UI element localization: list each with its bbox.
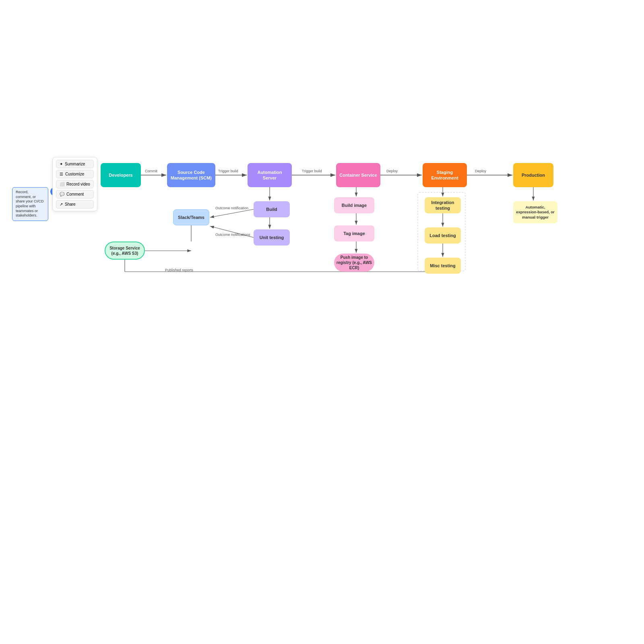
customize-button[interactable]: ☰ Customize: [56, 170, 94, 178]
outcome-notification-label: Outcome notification: [215, 206, 248, 210]
comment-button[interactable]: 💬 Comment: [56, 190, 94, 198]
info-box: Record, comment, or share your CI/CD pip…: [12, 187, 48, 221]
commit-label: Commit: [145, 169, 157, 173]
comment-label: Comment: [66, 192, 84, 196]
trigger-build1-label: Trigger build: [218, 169, 238, 173]
container-node: Container Service: [336, 163, 380, 187]
scm-node: Source Code Management (SCM): [167, 163, 215, 187]
build-node: Build: [254, 201, 290, 217]
summarize-label: Summarize: [65, 162, 85, 166]
deploy2-label: Deploy: [475, 169, 486, 173]
loadtest-node: Load testing: [425, 227, 461, 244]
diagram-canvas: Commit Trigger build Trigger build Deplo…: [93, 149, 632, 294]
customize-icon: ☰: [60, 172, 63, 176]
share-label: Share: [65, 202, 76, 206]
integration-node: Integration testing: [425, 197, 461, 213]
published-reports-label: Published reports: [165, 268, 193, 272]
unittest-node: Unit testing: [254, 229, 290, 246]
developers-node: Developers: [101, 163, 141, 187]
autotrigger-node: Automatic, expression-based, or manual t…: [513, 201, 557, 223]
production-node: Production: [513, 163, 553, 187]
share-button[interactable]: ↗ Share: [56, 200, 94, 208]
toolbar-panel: ✦ Summarize ☰ Customize ⬜ Record video 💬…: [52, 157, 97, 211]
comment-icon: 💬: [60, 192, 64, 196]
slack-node: Slack/Teams: [173, 209, 209, 225]
trigger-build2-label: Trigger build: [302, 169, 322, 173]
storage-node: Storage Service (e.g., AWS S3): [105, 242, 145, 260]
record-label: Record video: [66, 182, 90, 186]
summarize-icon: ✦: [60, 162, 63, 166]
misctest-node: Misc testing: [425, 258, 461, 274]
summarize-button[interactable]: ✦ Summarize: [56, 160, 94, 168]
record-button[interactable]: ⬜ Record video: [56, 180, 94, 188]
pushimage-node: Push image to registry (e.g., AWS ECR): [334, 254, 374, 272]
info-text: Record, comment, or share your CI/CD pip…: [16, 190, 44, 217]
deploy1-label: Deploy: [386, 169, 398, 173]
tagimage-node: Tag image: [334, 225, 374, 242]
record-icon: ⬜: [60, 182, 64, 186]
share-icon: ↗: [60, 202, 63, 206]
svg-line-15: [210, 209, 254, 217]
customize-label: Customize: [65, 172, 84, 176]
buildimage-node: Build image: [334, 197, 374, 213]
staging-node: Staging Environment: [423, 163, 467, 187]
outcome-notifications1-label: Outcome notifications: [215, 233, 250, 237]
automation-node: Automation Server: [248, 163, 292, 187]
